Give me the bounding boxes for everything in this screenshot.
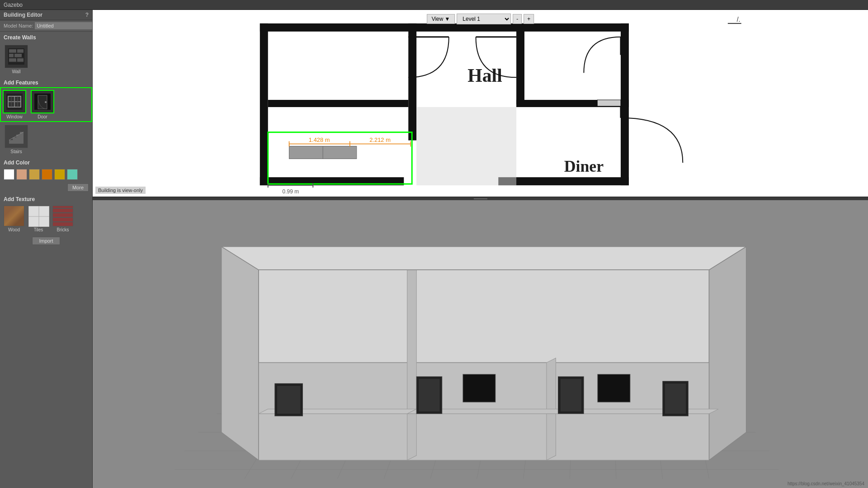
add-texture-title: Add Texture: [0, 193, 92, 204]
tiles-texture-item[interactable]: Tiles: [28, 206, 49, 232]
left-panel: Building Editor ? Model Name: Create Wal…: [0, 10, 93, 488]
svg-rect-2: [17, 49, 24, 53]
svg-rect-21: [9, 140, 13, 144]
svg-marker-87: [709, 247, 746, 460]
window-label: Window: [6, 114, 23, 119]
svg-text:/.: /.: [737, 16, 741, 23]
3d-view-svg: [93, 200, 868, 488]
door-label: Door: [38, 114, 47, 119]
color-tan[interactable]: [29, 169, 40, 180]
svg-text:0.99 m: 0.99 m: [283, 188, 299, 195]
svg-rect-63: [416, 107, 516, 185]
door-icon: [33, 93, 52, 111]
svg-text:Diner: Diner: [564, 157, 604, 175]
add-color-title: Add Color: [0, 157, 92, 167]
bricks-texture-box: [52, 206, 73, 226]
svg-marker-85: [259, 270, 709, 362]
svg-rect-23: [16, 135, 20, 144]
2d-view: View ▼ Level 1 - +: [93, 10, 868, 197]
view-dropdown-arrow: ▼: [444, 16, 450, 22]
model-name-label: Model Name:: [4, 23, 33, 28]
svg-rect-93: [277, 386, 300, 414]
door-item[interactable]: Door: [30, 89, 55, 120]
panel-header: Building Editor ?: [0, 10, 92, 20]
wood-texture-item[interactable]: Wood: [4, 206, 24, 232]
model-name-input[interactable]: [35, 22, 93, 29]
floorplan-canvas: Hall Diner: [93, 10, 868, 197]
model-name-row: Model Name:: [0, 20, 92, 32]
svg-rect-45: [597, 100, 621, 106]
view-toolbar: View ▼ Level 1 - +: [427, 14, 534, 24]
window-icon: [5, 93, 24, 111]
svg-rect-107: [598, 374, 630, 402]
level-select[interactable]: Level 1: [457, 14, 511, 24]
svg-rect-97: [561, 379, 581, 412]
wall-label: Wall: [12, 69, 20, 74]
credit-text: https://blog.csdn.net/weixin_41045354: [788, 481, 864, 486]
stairs-grid: Stairs: [0, 122, 92, 157]
wood-texture-box: [4, 206, 24, 226]
svg-rect-4: [14, 54, 22, 57]
svg-rect-6: [17, 58, 24, 62]
color-teal[interactable]: [67, 169, 78, 180]
color-peach[interactable]: [16, 169, 27, 180]
wall-icons-grid: Wall: [0, 42, 92, 77]
svg-point-19: [45, 101, 47, 103]
svg-rect-95: [419, 379, 439, 412]
color-swatches-row: [0, 167, 92, 182]
tiles-label: Tiles: [34, 227, 43, 232]
svg-rect-35: [260, 23, 629, 32]
color-white[interactable]: [4, 169, 14, 180]
stairs-icon: [7, 127, 25, 145]
stairs-icon-box: [5, 125, 28, 148]
add-features-title: Add Features: [0, 77, 92, 87]
svg-text:Hall: Hall: [467, 65, 502, 86]
help-button[interactable]: ?: [85, 12, 89, 18]
main-area: Building Editor ? Model Name: Create Wal…: [0, 10, 868, 488]
svg-rect-106: [463, 374, 495, 402]
app-title: Gazebo: [4, 2, 23, 8]
svg-rect-99: [665, 384, 686, 414]
wall-icon: [7, 47, 25, 66]
svg-rect-34: [260, 23, 268, 185]
svg-text:2.212 m: 2.212 m: [369, 136, 391, 143]
stairs-label: Stairs: [10, 149, 22, 154]
import-button[interactable]: Import: [32, 237, 60, 245]
svg-text:1.428 m: 1.428 m: [309, 136, 330, 143]
svg-rect-5: [9, 58, 16, 62]
window-item[interactable]: Window: [2, 89, 27, 120]
building-editor-title: Building Editor: [4, 12, 42, 18]
svg-rect-38: [498, 177, 629, 185]
wall-icon-box: [5, 45, 28, 68]
view-dropdown-button[interactable]: View ▼: [427, 14, 455, 24]
color-orange[interactable]: [42, 169, 52, 180]
wall-item[interactable]: Wall: [4, 44, 29, 75]
svg-rect-1: [9, 49, 16, 53]
stairs-item[interactable]: Stairs: [4, 124, 29, 155]
view-only-text: Building is view-only: [98, 188, 143, 193]
bricks-texture-item[interactable]: Bricks: [52, 206, 73, 232]
view-btn-label: View: [432, 16, 443, 22]
features-grid: Window Door: [0, 87, 92, 122]
svg-rect-41: [268, 100, 408, 107]
color-yellow[interactable]: [54, 169, 65, 180]
door-icon-box: [31, 90, 54, 113]
tiles-icon: [28, 206, 49, 227]
zoom-in-button[interactable]: +: [524, 14, 534, 24]
texture-grid: Wood Tiles Brick: [0, 204, 92, 234]
more-colors-button[interactable]: More: [67, 183, 89, 192]
view-only-notice: Building is view-only: [95, 187, 146, 194]
svg-rect-22: [13, 137, 16, 144]
title-bar: Gazebo: [0, 0, 868, 10]
tiles-texture-box: [28, 206, 49, 226]
svg-rect-3: [9, 54, 14, 57]
floorplan-svg: Hall Diner: [93, 10, 868, 197]
right-area: View ▼ Level 1 - +: [93, 10, 868, 488]
svg-marker-86: [222, 247, 259, 460]
svg-marker-88: [407, 265, 417, 460]
zoom-out-button[interactable]: -: [513, 14, 522, 24]
create-walls-title: Create Walls: [0, 32, 92, 42]
wood-label: Wood: [8, 227, 20, 232]
3d-view: https://blog.csdn.net/weixin_41045354: [93, 200, 868, 488]
svg-rect-39: [408, 23, 416, 141]
